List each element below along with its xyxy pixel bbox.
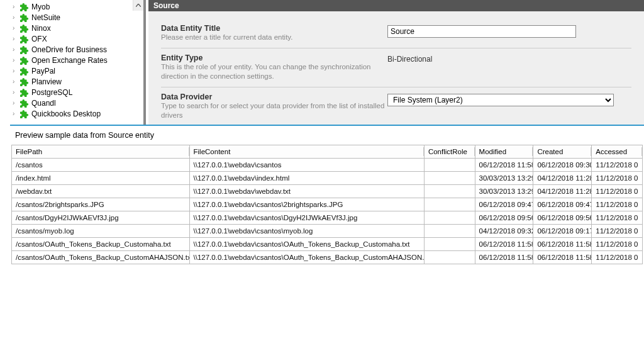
main-panel: Source Data Entity Title Please enter a …: [148, 0, 644, 125]
table-cell: [424, 211, 475, 225]
table-cell: [424, 251, 475, 264]
tree-item[interactable]: › NetSuite: [0, 12, 143, 23]
table-row[interactable]: /csantos/OAuth_Tokens_Backup_Customaha.t…: [12, 238, 643, 251]
tree-item[interactable]: › Quickbooks Desktop: [0, 108, 143, 119]
table-cell: 11/12/2018 0: [592, 185, 643, 198]
tree-item-label: Ninox: [31, 24, 51, 33]
table-cell: 06/12/2018 11:58: [533, 238, 592, 251]
preview-table: FilePathFileContentConflictRoleModifiedC…: [11, 145, 643, 264]
table-cell: \\127.0.0.1\webdav\webdav.txt: [189, 185, 424, 198]
table-row[interactable]: /webdav.txt\\127.0.0.1\webdav\webdav.txt…: [12, 185, 643, 198]
preview-title: Preview sample data from Source entity: [10, 128, 644, 145]
field-entity-title: Data Entity Title Please enter a title f…: [161, 19, 631, 48]
chevron-right-icon[interactable]: ›: [13, 46, 20, 53]
tree-item[interactable]: › PostgreSQL: [0, 87, 143, 98]
table-row[interactable]: /csantos\\127.0.0.1\webdav\csantos06/12/…: [12, 159, 643, 172]
tree-item-label: OneDrive for Business: [31, 45, 107, 54]
chevron-right-icon[interactable]: ›: [13, 99, 20, 106]
sidebar-tree: › Myob› NetSuite› Ninox› OFX› OneDrive f…: [0, 0, 146, 125]
tree-item[interactable]: › PayPal: [0, 65, 143, 76]
tree-item-label: Quickbooks Desktop: [31, 109, 101, 118]
table-cell: \\127.0.0.1\webdav\csantos: [189, 159, 424, 172]
table-row[interactable]: /csantos/2brightsparks.JPG\\127.0.0.1\we…: [12, 198, 643, 211]
chevron-right-icon[interactable]: ›: [13, 35, 20, 42]
table-cell: \\127.0.0.1\webdav\csantos\OAuth_Tokens_…: [189, 251, 424, 264]
tree-item-label: PayPal: [31, 67, 55, 76]
puzzle-icon: [20, 56, 29, 65]
tree-item[interactable]: › Ninox: [0, 23, 143, 33]
table-cell: [424, 185, 475, 198]
chevron-right-icon[interactable]: ›: [13, 89, 20, 96]
chevron-right-icon[interactable]: ›: [13, 14, 20, 21]
tree-item-label: Myob: [31, 3, 50, 11]
table-cell: 06/12/2018 09:30: [533, 159, 592, 172]
table-row[interactable]: /csantos/DgyH2IJWkAEVf3J.jpg\\127.0.0.1\…: [12, 211, 643, 225]
field-data-provider: Data Provider Type to search for or sele…: [161, 87, 631, 126]
tree-item[interactable]: › Planview: [0, 76, 143, 87]
tree-item[interactable]: › OneDrive for Business: [0, 44, 143, 55]
column-header[interactable]: FilePath: [12, 145, 190, 159]
table-cell: 06/12/2018 09:56: [533, 211, 592, 225]
entity-title-input[interactable]: [387, 25, 576, 38]
puzzle-icon: [20, 35, 29, 43]
chevron-right-icon[interactable]: ›: [13, 110, 20, 117]
field-help: Please enter a title for current data en…: [161, 33, 387, 42]
column-header[interactable]: FileContent: [189, 145, 424, 159]
table-cell: 06/12/2018 11:58: [475, 238, 533, 251]
table-cell: /csantos/2brightsparks.JPG: [12, 198, 190, 211]
tree-item[interactable]: › Myob: [0, 1, 143, 12]
table-cell: [424, 159, 475, 172]
chevron-right-icon[interactable]: ›: [13, 67, 20, 74]
column-header[interactable]: Accessed: [592, 145, 643, 159]
panel-title: Source: [148, 0, 644, 11]
table-cell: 06/12/2018 09:47: [475, 198, 533, 211]
data-provider-select[interactable]: File System (Layer2): [387, 94, 614, 106]
table-cell: [424, 198, 475, 211]
table-cell: 30/03/2013 13:29: [475, 185, 533, 198]
table-cell: 30/03/2013 13:29: [475, 172, 533, 185]
table-cell: \\127.0.0.1\webdav\index.html: [189, 172, 424, 185]
table-cell: 04/12/2018 11:28: [533, 185, 592, 198]
field-entity-type: Entity Type This is the role of your ent…: [161, 48, 631, 87]
scroll-up-button[interactable]: [133, 0, 143, 11]
chevron-right-icon[interactable]: ›: [13, 78, 20, 85]
tree-item[interactable]: › OFX: [0, 33, 143, 44]
table-cell: 11/12/2018 0: [592, 238, 643, 251]
table-cell: 06/12/2018 09:17: [533, 225, 592, 238]
table-row[interactable]: /csantos/myob.log\\127.0.0.1\webdav\csan…: [12, 225, 643, 238]
table-row[interactable]: /csantos/OAuth_Tokens_Backup_CustomAHAJS…: [12, 251, 643, 264]
puzzle-icon: [20, 3, 29, 11]
table-cell: 11/12/2018 0: [592, 172, 643, 185]
tree-item-label: Open Exchange Rates: [31, 56, 108, 65]
table-cell: \\127.0.0.1\webdav\csantos\DgyH2IJWkAEVf…: [189, 211, 424, 225]
tree-item-label: Planview: [31, 77, 62, 86]
table-cell: 06/12/2018 11:58: [475, 159, 533, 172]
table-cell: [424, 172, 475, 185]
table-cell: 11/12/2018 0: [592, 251, 643, 264]
column-header[interactable]: Modified: [475, 145, 533, 159]
column-header[interactable]: ConflictRole: [424, 145, 475, 159]
tree-item[interactable]: › Open Exchange Rates: [0, 55, 143, 65]
puzzle-icon: [20, 99, 29, 108]
chevron-right-icon[interactable]: ›: [13, 3, 20, 10]
table-cell: [424, 225, 475, 238]
preview-panel: Preview sample data from Source entity F…: [10, 125, 644, 353]
table-row[interactable]: /index.html\\127.0.0.1\webdav\index.html…: [12, 172, 643, 185]
table-cell: \\127.0.0.1\webdav\csantos\2brightsparks…: [189, 198, 424, 211]
table-cell: 11/12/2018 0: [592, 211, 643, 225]
puzzle-icon: [20, 13, 29, 22]
table-cell: 06/12/2018 09:56: [475, 211, 533, 225]
table-cell: /csantos/myob.log: [12, 225, 190, 238]
tree-item-label: NetSuite: [31, 13, 60, 22]
field-label: Entity Type: [161, 53, 387, 62]
chevron-right-icon[interactable]: ›: [13, 57, 20, 64]
table-cell: 06/12/2018 11:58: [533, 251, 592, 264]
column-header[interactable]: Created: [533, 145, 592, 159]
tree-item[interactable]: › Quandl: [0, 98, 143, 108]
puzzle-icon: [20, 67, 29, 76]
table-cell: [424, 238, 475, 251]
chevron-right-icon[interactable]: ›: [13, 25, 20, 31]
table-cell: 11/12/2018 0: [592, 225, 643, 238]
puzzle-icon: [20, 45, 29, 54]
tree-item-label: PostgreSQL: [31, 88, 72, 97]
